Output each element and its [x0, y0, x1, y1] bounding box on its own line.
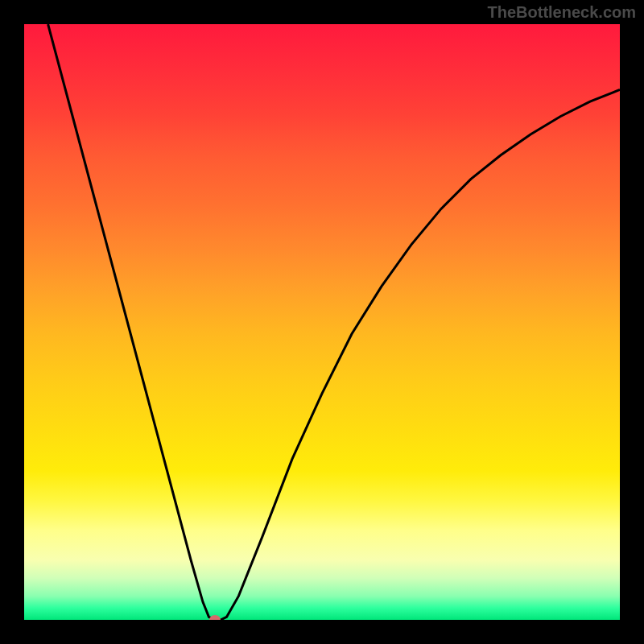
plot-area [24, 24, 620, 620]
sweet-spot-marker [209, 615, 221, 620]
bottleneck-curve [24, 24, 620, 620]
watermark-text: TheBottleneck.com [488, 3, 636, 22]
